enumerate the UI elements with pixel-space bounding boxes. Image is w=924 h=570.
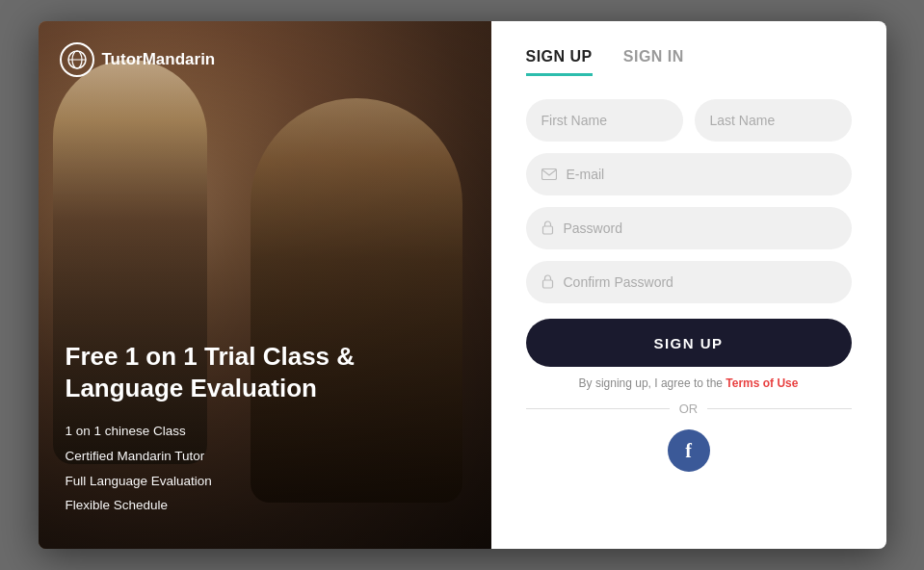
- right-panel: SIGN UP SIGN IN: [491, 21, 886, 549]
- left-content: Free 1 on 1 Trial Class &Language Evalua…: [39, 318, 491, 549]
- logo-name-bold: Mandarin: [143, 50, 216, 68]
- facebook-button[interactable]: f: [668, 429, 710, 472]
- tab-signin[interactable]: SIGN IN: [623, 48, 684, 76]
- or-line-right: [707, 408, 851, 409]
- signup-button[interactable]: SIGN UP: [526, 319, 852, 367]
- logo-icon: [60, 42, 94, 77]
- logo-text: TutorMandarin: [102, 50, 216, 69]
- lock-confirm-icon: [541, 273, 554, 292]
- promo-list-item: Certified Mandarin Tutor: [66, 444, 464, 469]
- first-name-wrapper: [526, 99, 683, 142]
- last-name-wrapper: [695, 99, 852, 142]
- password-input[interactable]: [564, 220, 836, 236]
- promo-list-item: Flexible Schedule: [66, 493, 464, 518]
- password-row: [526, 207, 852, 249]
- lock-icon: [541, 220, 554, 238]
- social-row: f: [526, 429, 852, 472]
- or-text: OR: [679, 402, 699, 416]
- terms-before-text: By signing up, I agree to the: [579, 376, 726, 390]
- promo-list-item: Full Language Evaluation: [66, 469, 464, 494]
- promo-list: 1 on 1 chinese Class Certified Mandarin …: [66, 419, 464, 518]
- confirm-password-input[interactable]: [564, 274, 836, 290]
- email-input[interactable]: [567, 167, 836, 182]
- email-icon: [541, 167, 557, 183]
- svg-rect-4: [542, 226, 552, 234]
- or-divider: OR: [526, 402, 852, 416]
- logo-name-plain: Tutor: [102, 50, 143, 68]
- last-name-input[interactable]: [710, 113, 836, 128]
- terms-link[interactable]: Terms of Use: [726, 376, 798, 390]
- password-wrapper: [526, 207, 852, 249]
- email-row: [526, 153, 852, 195]
- email-wrapper: [526, 153, 852, 195]
- promo-list-item: 1 on 1 chinese Class: [66, 419, 464, 444]
- tabs-container: SIGN UP SIGN IN: [526, 48, 852, 76]
- svg-rect-5: [542, 280, 552, 288]
- logo-area: TutorMandarin: [60, 42, 216, 77]
- tab-signup[interactable]: SIGN UP: [526, 48, 593, 76]
- promo-title: Free 1 on 1 Trial Class &Language Evalua…: [66, 341, 464, 403]
- name-row: [526, 99, 852, 142]
- left-panel: TutorMandarin Free 1 on 1 Trial Class &L…: [39, 21, 491, 549]
- terms-text: By signing up, I agree to the Terms of U…: [526, 376, 852, 390]
- modal-container: TutorMandarin Free 1 on 1 Trial Class &L…: [39, 21, 886, 549]
- or-line-left: [526, 408, 670, 409]
- confirm-password-wrapper: [526, 261, 852, 303]
- first-name-input[interactable]: [541, 113, 668, 128]
- confirm-password-row: [526, 261, 852, 303]
